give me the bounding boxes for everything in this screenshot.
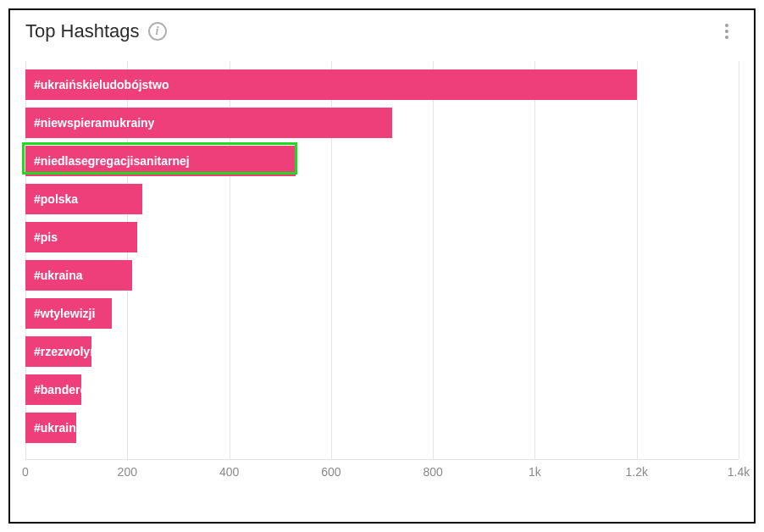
bar-row: #niewspieramukrainy	[25, 108, 739, 138]
bar[interactable]: #rzezwolynska	[25, 336, 91, 367]
kebab-menu-icon[interactable]	[718, 21, 739, 42]
bar-row: #polska	[25, 184, 739, 214]
bar[interactable]: #ukraińskieludobójstwo	[25, 69, 637, 100]
x-tick-label: 600	[321, 465, 340, 479]
bar-label: #wtylewizji	[34, 307, 95, 320]
bar-label: #banderowcy	[34, 383, 109, 396]
bar-label: #pis	[34, 230, 58, 244]
x-axis: 02004006008001k1.2k1.4k	[25, 459, 739, 485]
x-tick-label: 200	[118, 465, 137, 479]
bar[interactable]: #ukraine	[25, 413, 76, 443]
bar-label: #ukraine	[34, 421, 83, 435]
grid-line	[739, 61, 739, 459]
bar-row: #rzezwolynska	[25, 336, 739, 367]
info-icon[interactable]: i	[148, 22, 167, 41]
bar-row: #pis	[25, 222, 739, 252]
bar[interactable]: #wtylewizji	[25, 298, 112, 329]
chart-card: Top Hashtags i #ukraińskieludobójstwo#ni…	[8, 8, 756, 524]
x-tick-label: 1.2k	[625, 465, 647, 479]
bar-row: #ukraine	[25, 413, 739, 443]
bar-label: #rzezwolynska	[34, 345, 117, 358]
bar-row: #banderowcy	[25, 374, 739, 405]
bar-chart: #ukraińskieludobójstwo#niewspieramukrain…	[25, 61, 739, 485]
x-tick-label: 400	[219, 465, 239, 479]
bar-row: #niedlasegregacjisanitarnej	[25, 146, 739, 176]
bar[interactable]: #polska	[25, 184, 142, 214]
bar[interactable]: #banderowcy	[25, 374, 81, 405]
bar-label: #polska	[34, 192, 78, 206]
bar-row: #wtylewizji	[25, 298, 739, 329]
x-tick-label: 0	[22, 465, 29, 479]
bar[interactable]: #niewspieramukrainy	[25, 108, 392, 138]
bar-label: #ukraińskieludobójstwo	[34, 78, 169, 91]
x-tick-label: 1.4k	[728, 465, 750, 479]
bar[interactable]: #pis	[25, 222, 137, 252]
title-wrap: Top Hashtags i	[25, 20, 167, 42]
bar-row: #ukraina	[25, 260, 739, 291]
x-tick-label: 1k	[529, 465, 541, 479]
bar[interactable]: #ukraina	[25, 260, 132, 291]
card-title: Top Hashtags	[25, 20, 140, 42]
bar-row: #ukraińskieludobójstwo	[25, 69, 739, 100]
bar-label: #niewspieramukrainy	[34, 116, 154, 130]
card-header: Top Hashtags i	[25, 20, 739, 42]
x-tick-label: 800	[423, 465, 442, 479]
bar-label: #ukraina	[34, 269, 83, 282]
bar-label: #niedlasegregacjisanitarnej	[34, 154, 190, 168]
plot-area: #ukraińskieludobójstwo#niewspieramukrain…	[25, 61, 739, 459]
bar[interactable]: #niedlasegregacjisanitarnej	[25, 146, 296, 176]
